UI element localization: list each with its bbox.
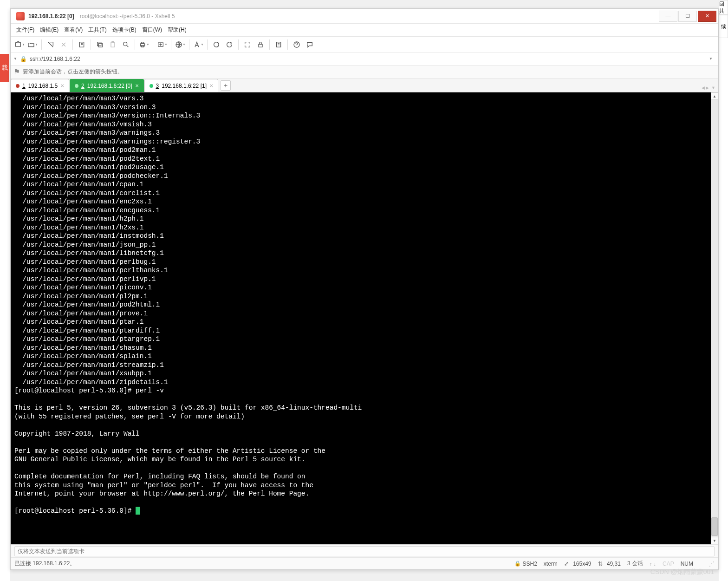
address-bar: ▼ 🔒 ▼ — [11, 52, 718, 65]
menu-view[interactable]: 查看(V) — [61, 24, 85, 36]
tab-label: 192.168.1.6:22 [0] — [87, 83, 132, 89]
compose-bar — [11, 544, 718, 557]
print-icon[interactable]: ▼ — [138, 39, 150, 51]
chat-icon[interactable] — [304, 39, 316, 51]
status-ssh: 🔒SSH2 — [514, 561, 537, 567]
transfer-icon[interactable]: ▼ — [156, 39, 168, 51]
watermark: CSDN @烟雨蒙蒙001 — [650, 568, 714, 576]
scroll-down-icon[interactable]: ▼ — [711, 537, 718, 544]
scroll-thumb[interactable] — [711, 517, 718, 536]
copy-icon[interactable] — [94, 39, 106, 51]
svg-rect-3 — [98, 42, 101, 46]
tab-close-icon[interactable]: ✕ — [209, 83, 213, 88]
toolbar: ▼ ▼ ▼ ▼ ▼ ▼ — [11, 37, 718, 52]
flag-icon[interactable]: ⚑ — [13, 67, 20, 76]
status-dot-icon — [150, 84, 153, 88]
bg-left-red: 载 — [0, 54, 9, 82]
terminal-scrollbar[interactable]: ▲ ▼ — [711, 92, 718, 544]
status-size: ⤢ 165x49 — [564, 561, 592, 567]
properties-icon[interactable] — [76, 39, 88, 51]
app-icon — [16, 12, 25, 20]
tab-2[interactable]: 2 192.168.1.6:22 [0] ✕ — [70, 79, 143, 92]
reconnect-icon[interactable] — [45, 39, 57, 51]
script-icon[interactable] — [273, 39, 285, 51]
window-title-main: 192.168.1.6:22 [0] — [28, 13, 74, 20]
menu-window[interactable]: 窗口(W) — [139, 24, 165, 36]
svg-rect-13 — [259, 44, 262, 47]
color-icon[interactable] — [210, 39, 222, 51]
lock-icon[interactable] — [254, 39, 266, 51]
status-dot-icon — [75, 84, 78, 88]
terminal[interactable]: /usr/local/per/man/man3/vars.3 /usr/loca… — [11, 92, 711, 544]
terminal-area: /usr/local/per/man/man3/vars.3 /usr/loca… — [11, 92, 718, 544]
refresh-icon[interactable] — [223, 39, 235, 51]
help-icon[interactable] — [291, 39, 303, 51]
window-title-sub: root@localhost:~/perl-5.36.0 - Xshell 5 — [80, 13, 175, 20]
address-history-icon[interactable]: ▼ — [709, 57, 713, 61]
info-text: 要添加当前会话，点击左侧的箭头按钮。 — [23, 68, 123, 76]
scroll-track[interactable] — [711, 100, 718, 537]
title-bar: 192.168.1.6:22 [0] root@localhost:~/perl… — [11, 9, 718, 24]
fullscreen-icon[interactable] — [241, 39, 254, 51]
status-bar: 已连接 192.168.1.6:22。 🔒SSH2 xterm ⤢ 165x49… — [11, 557, 718, 569]
tab-3[interactable]: 3 192.168.1.6:22 [1] ✕ — [144, 79, 218, 92]
menu-file[interactable]: 文件(F) — [13, 24, 37, 36]
find-icon[interactable] — [120, 39, 132, 51]
scroll-up-icon[interactable]: ▲ — [711, 92, 718, 100]
font-icon[interactable]: ▼ — [192, 39, 204, 51]
info-bar: ⚑ 要添加当前会话，点击左侧的箭头按钮。 — [11, 65, 718, 78]
xshell-window: 192.168.1.6:22 [0] root@localhost:~/perl… — [10, 8, 719, 570]
lock-ssh-icon: 🔒 — [20, 56, 27, 62]
close-button[interactable]: ✕ — [698, 11, 716, 22]
status-sessions: 3 会话 — [627, 560, 643, 568]
tab-close-icon[interactable]: ✕ — [60, 83, 64, 88]
address-input[interactable] — [30, 56, 706, 62]
background-right: 回 其 续 — [719, 0, 728, 581]
menu-tabs[interactable]: 选项卡(B) — [110, 24, 139, 36]
menu-help[interactable]: 帮助(H) — [165, 24, 189, 36]
status-connection: 已连接 192.168.1.6:22。 — [14, 560, 75, 568]
svg-rect-0 — [15, 43, 20, 46]
background-left: 载 — [0, 0, 10, 581]
new-session-icon[interactable]: ▼ — [13, 39, 26, 51]
status-cursor: ⇅ 49,31 — [598, 561, 621, 567]
tab-label: 192.168.1.6:22 [1] — [162, 83, 207, 89]
menu-edit[interactable]: 编辑(E) — [37, 24, 61, 36]
disconnect-icon[interactable] — [58, 39, 70, 51]
menu-tools[interactable]: 工具(T) — [85, 24, 109, 36]
status-term: xterm — [544, 561, 558, 567]
status-num: NUM — [681, 561, 693, 567]
status-cap: CAP — [663, 561, 674, 567]
menu-bar: 文件(F) 编辑(E) 查看(V) 工具(T) 选项卡(B) 窗口(W) 帮助(… — [11, 24, 718, 37]
open-icon[interactable]: ▼ — [26, 39, 39, 51]
tab-bar: 1 192.168.1.5 ✕ 2 192.168.1.6:22 [0] ✕ 3… — [11, 78, 718, 92]
minimize-button[interactable]: — — [659, 11, 677, 22]
svg-point-6 — [124, 42, 127, 46]
svg-rect-8 — [141, 42, 143, 43]
status-transfer-icon: ↑ ↓ — [650, 561, 656, 567]
tab-add-button[interactable]: + — [221, 80, 231, 91]
maximize-button[interactable]: ☐ — [678, 11, 697, 22]
svg-rect-2 — [98, 43, 102, 47]
tab-label: 192.168.1.5 — [28, 83, 58, 89]
status-dot-icon — [16, 84, 20, 88]
tab-1[interactable]: 1 192.168.1.5 ✕ — [11, 79, 69, 92]
tab-nav[interactable]: ◀ ▶ ▼ — [702, 85, 718, 92]
tab-close-icon[interactable]: ✕ — [135, 83, 139, 88]
globe-icon[interactable]: ▼ — [174, 39, 186, 51]
paste-icon[interactable] — [107, 39, 119, 51]
compose-input[interactable] — [14, 546, 715, 556]
address-dropdown-icon[interactable]: ▼ — [13, 57, 17, 61]
resize-grip-icon[interactable]: ⋰ — [709, 561, 715, 567]
